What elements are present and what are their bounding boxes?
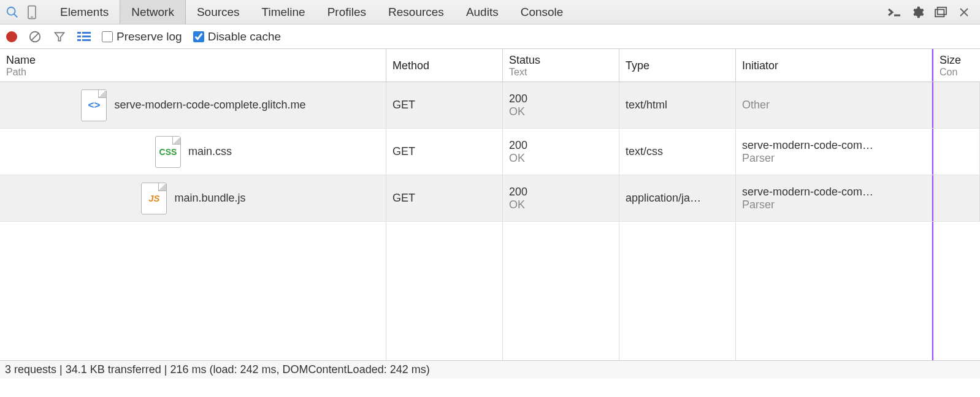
svg-line-1	[14, 13, 18, 17]
html-file-icon: <>	[81, 89, 107, 121]
disable-cache-checkbox[interactable]: Disable cache	[193, 30, 281, 43]
tab-elements[interactable]: Elements	[49, 0, 120, 24]
initiator-link[interactable]: serve-modern-code-com…	[742, 186, 925, 198]
cell-method: GET	[386, 175, 503, 221]
preserve-log-checkbox[interactable]: Preserve log	[102, 30, 182, 43]
cell-status: 200 OK	[503, 129, 619, 175]
cell-method: GET	[386, 82, 503, 128]
search-icon[interactable]	[4, 4, 21, 21]
tab-console[interactable]: Console	[510, 0, 575, 24]
cell-type: application/ja…	[619, 175, 736, 221]
close-icon[interactable]	[955, 4, 973, 21]
table-row[interactable]: <> serve-modern-code-complete.glitch.me …	[0, 82, 980, 129]
svg-rect-16	[77, 39, 81, 41]
header-initiator[interactable]: Initiator	[736, 49, 932, 81]
cell-size	[932, 82, 980, 128]
svg-rect-15	[82, 36, 91, 37]
panel-tabs: Elements Network Sources Timeline Profil…	[49, 0, 574, 24]
cell-status: 200 OK	[503, 82, 619, 128]
network-toolbar: Preserve log Disable cache	[0, 25, 980, 49]
settings-gear-icon[interactable]	[909, 4, 926, 21]
view-large-icon[interactable]	[77, 31, 91, 42]
cell-size	[932, 129, 980, 175]
header-type[interactable]: Type	[619, 49, 736, 81]
devtools-tabstrip: Elements Network Sources Timeline Profil…	[0, 0, 980, 25]
preserve-log-label: Preserve log	[117, 30, 182, 43]
cell-type: text/css	[619, 129, 736, 175]
cell-name: JS main.bundle.js	[0, 175, 386, 221]
cell-status: 200 OK	[503, 175, 619, 221]
initiator-link[interactable]: serve-modern-code-com…	[742, 139, 925, 152]
header-name[interactable]: Name Path	[0, 49, 386, 81]
svg-marker-11	[55, 32, 64, 40]
cell-size	[932, 175, 980, 221]
device-mode-icon[interactable]	[23, 4, 40, 21]
cell-type: text/html	[619, 82, 736, 128]
svg-rect-13	[82, 32, 91, 34]
svg-rect-14	[77, 36, 81, 37]
preserve-log-input[interactable]	[102, 31, 113, 42]
table-row[interactable]: CSS main.css GET 200 OK text/css serve-m…	[0, 129, 980, 175]
header-method[interactable]: Method	[386, 49, 503, 81]
header-size[interactable]: Size Con	[932, 49, 980, 81]
svg-rect-5	[935, 9, 944, 17]
show-drawer-icon[interactable]	[886, 4, 903, 21]
cell-initiator: Other	[736, 82, 932, 128]
svg-line-10	[31, 32, 39, 40]
network-grid-header: Name Path Method Status Text Type Initia…	[0, 49, 980, 82]
svg-rect-17	[82, 39, 91, 41]
svg-rect-6	[938, 7, 946, 14]
cell-name: CSS main.css	[0, 129, 386, 175]
status-bar: 3 requests | 34.1 KB transferred | 216 m…	[0, 360, 980, 379]
cell-initiator: serve-modern-code-com… Parser	[736, 129, 932, 175]
filter-icon[interactable]	[53, 31, 66, 43]
svg-rect-12	[77, 32, 81, 34]
dock-side-icon[interactable]	[932, 4, 949, 21]
tab-sources[interactable]: Sources	[186, 0, 251, 24]
clear-button[interactable]	[28, 30, 42, 43]
tab-timeline[interactable]: Timeline	[251, 0, 316, 24]
cell-name: <> serve-modern-code-complete.glitch.me	[0, 82, 386, 128]
tab-profiles[interactable]: Profiles	[316, 0, 377, 24]
tab-audits[interactable]: Audits	[455, 0, 510, 24]
cell-initiator: serve-modern-code-com… Parser	[736, 175, 932, 221]
disable-cache-input[interactable]	[193, 31, 204, 42]
tab-resources[interactable]: Resources	[377, 0, 455, 24]
disable-cache-label: Disable cache	[208, 30, 281, 43]
tab-network[interactable]: Network	[120, 0, 186, 24]
record-button[interactable]	[6, 31, 17, 42]
header-status[interactable]: Status Text	[503, 49, 619, 81]
cell-method: GET	[386, 129, 503, 175]
svg-point-0	[7, 7, 15, 15]
css-file-icon: CSS	[155, 136, 181, 168]
js-file-icon: JS	[141, 183, 167, 214]
table-row[interactable]: JS main.bundle.js GET 200 OK application…	[0, 175, 980, 222]
status-summary: 3 requests | 34.1 KB transferred | 216 m…	[5, 363, 430, 376]
network-grid: <> serve-modern-code-complete.glitch.me …	[0, 82, 980, 379]
